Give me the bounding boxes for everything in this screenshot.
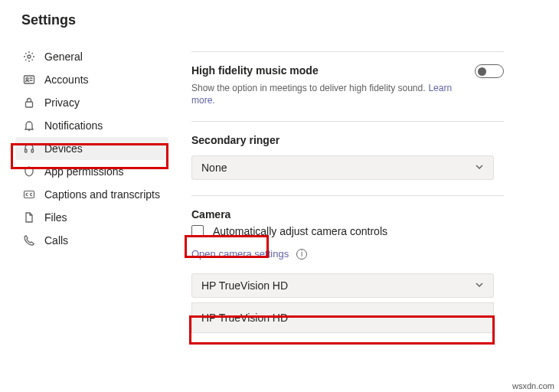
sidebar-item-label: Devices <box>44 142 83 155</box>
id-card-icon <box>23 74 35 86</box>
sidebar-item-label: Accounts <box>44 74 89 86</box>
sidebar-item-app-permissions[interactable]: App permissions <box>15 160 168 183</box>
svg-point-0 <box>28 55 31 58</box>
music-mode-toggle[interactable] <box>475 64 504 78</box>
chevron-down-icon <box>475 162 484 174</box>
file-icon <box>23 211 35 224</box>
sidebar-item-general[interactable]: General <box>15 45 168 68</box>
sidebar-item-label: Captions and transcripts <box>44 188 160 201</box>
svg-rect-1 <box>25 76 34 83</box>
sidebar-item-label: App permissions <box>44 165 124 178</box>
svg-point-2 <box>26 78 28 80</box>
svg-rect-4 <box>25 149 28 152</box>
cc-icon <box>23 188 35 201</box>
lock-icon <box>23 96 35 109</box>
sidebar-item-accounts[interactable]: Accounts <box>15 68 168 91</box>
divider <box>191 51 504 52</box>
select-value: None <box>201 162 227 174</box>
sidebar-item-calls[interactable]: Calls <box>15 229 168 252</box>
music-mode-desc: Show the option in meetings to deliver h… <box>191 83 426 93</box>
sidebar-item-privacy[interactable]: Privacy <box>15 91 168 114</box>
music-mode-title: High fidelity music mode <box>191 64 475 77</box>
svg-rect-5 <box>31 149 34 152</box>
svg-rect-3 <box>26 102 33 107</box>
camera-option[interactable]: HP TrueVision HD <box>192 303 493 332</box>
headset-icon <box>23 142 35 155</box>
camera-title: Camera <box>191 208 504 220</box>
sidebar-item-label: Calls <box>44 234 68 247</box>
divider <box>191 195 504 196</box>
divider <box>191 121 504 122</box>
info-icon[interactable]: i <box>296 249 307 260</box>
settings-content: High fidelity music mode Show the option… <box>168 45 559 333</box>
open-camera-settings-link[interactable]: Open camera settings <box>191 248 289 260</box>
select-value: HP TrueVision HD <box>201 279 288 292</box>
sidebar-item-label: Files <box>44 211 67 224</box>
sidebar-item-files[interactable]: Files <box>15 206 168 229</box>
sidebar-item-notifications[interactable]: Notifications <box>15 114 168 137</box>
sidebar-item-label: General <box>44 51 83 63</box>
sidebar-item-label: Notifications <box>44 119 103 132</box>
bell-icon <box>23 119 35 132</box>
sidebar-item-captions[interactable]: Captions and transcripts <box>15 183 168 206</box>
sidebar-item-devices[interactable]: Devices <box>15 137 168 160</box>
settings-sidebar: General Accounts Privacy Notifications D <box>0 45 168 333</box>
gear-icon <box>23 51 35 63</box>
shield-icon <box>23 165 35 178</box>
watermark: wsxdn.com <box>512 381 554 390</box>
secondary-ringer-title: Secondary ringer <box>191 134 504 146</box>
page-title: Settings <box>0 0 559 28</box>
camera-dropdown-list: HP TrueVision HD <box>191 302 494 333</box>
auto-adjust-label: Automatically adjust camera controls <box>213 225 387 237</box>
chevron-down-icon <box>475 279 484 292</box>
phone-icon <box>23 234 35 247</box>
sidebar-item-label: Privacy <box>44 96 80 109</box>
auto-adjust-checkbox[interactable] <box>191 225 204 237</box>
secondary-ringer-select[interactable]: None <box>191 155 494 180</box>
camera-select[interactable]: HP TrueVision HD <box>191 273 494 298</box>
